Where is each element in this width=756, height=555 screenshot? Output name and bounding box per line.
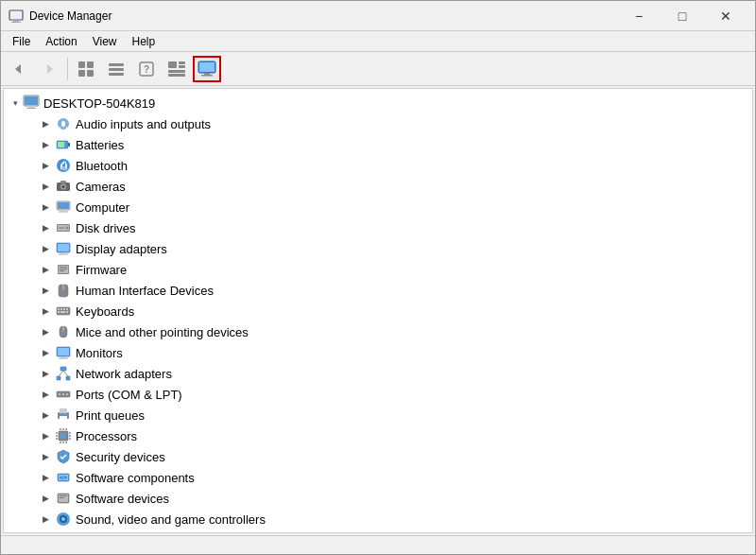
firmware-label: Firmware: [76, 263, 127, 277]
tree-item-display[interactable]: ▶ Display adapters: [4, 238, 752, 259]
svg-rect-8: [87, 70, 94, 77]
menu-help[interactable]: Help: [125, 33, 163, 50]
help-properties-button[interactable]: ?: [132, 56, 161, 82]
svg-rect-107: [60, 495, 67, 496]
svg-rect-89: [60, 433, 66, 439]
tree-item-print[interactable]: ▶ Print queues: [4, 405, 752, 425]
svg-rect-42: [60, 210, 66, 212]
svg-point-38: [62, 185, 65, 188]
svg-rect-15: [179, 61, 185, 64]
firmware-icon: [55, 261, 72, 278]
maximize-button[interactable]: □: [661, 1, 704, 31]
view-res-icon: [167, 60, 186, 78]
hid-icon: [55, 282, 72, 299]
mice-icon: [55, 323, 72, 340]
tree-item-firmware[interactable]: ▶ Firmware: [4, 259, 752, 280]
forward-button[interactable]: [35, 56, 63, 82]
svg-rect-77: [66, 376, 70, 380]
close-button[interactable]: ✕: [704, 1, 747, 31]
monitor-icon: [197, 60, 217, 78]
keyboards-expand-icon: ▶: [38, 304, 53, 319]
svg-rect-16: [179, 65, 185, 68]
display-expand-icon: ▶: [38, 241, 53, 256]
tree-item-network[interactable]: ▶ Network adapters: [4, 363, 752, 384]
tree-root-item[interactable]: ▾ DESKTOP-504K819: [4, 93, 752, 113]
audio-expand-icon: ▶: [38, 116, 53, 131]
display-icon: [55, 240, 72, 257]
menu-file[interactable]: File: [5, 33, 38, 50]
svg-rect-26: [26, 108, 36, 109]
tree-item-bluetooth[interactable]: ▶ ⎙ Bluetooth: [4, 155, 752, 176]
tree-item-sound[interactable]: ▶ Sound, video and game controllers: [4, 509, 752, 529]
svg-rect-67: [66, 311, 68, 313]
print-icon: [55, 407, 72, 424]
network-icon: [55, 365, 72, 382]
tree-item-batteries[interactable]: ▶ Batteries: [4, 134, 752, 155]
print-label: Print queues: [76, 408, 145, 423]
tree-item-storage[interactable]: ▶ Storage controllers: [4, 529, 752, 533]
svg-rect-33: [58, 142, 64, 147]
tree-view[interactable]: ▾ DESKTOP-504K819 ▶: [3, 88, 753, 533]
svg-rect-17: [168, 70, 185, 73]
svg-rect-43: [59, 212, 68, 213]
menu-action[interactable]: Action: [38, 33, 84, 50]
forward-icon: [42, 61, 57, 77]
back-button[interactable]: [5, 56, 33, 82]
svg-rect-74: [59, 358, 68, 359]
svg-rect-21: [201, 75, 213, 77]
software-comp-expand-icon: ▶: [38, 470, 53, 485]
menu-view[interactable]: View: [85, 33, 125, 50]
tree-item-software-dev[interactable]: ▶ Software devices: [4, 488, 752, 509]
show-hidden-button[interactable]: [193, 56, 221, 82]
monitors-expand-icon: ▶: [38, 345, 53, 360]
svg-rect-76: [57, 376, 60, 380]
svg-text:</>: </>: [60, 475, 68, 480]
tree-item-mice[interactable]: ▶ Mice and other pointing devices: [4, 321, 752, 342]
tree-item-software-comp[interactable]: ▶ </> Software components: [4, 467, 752, 488]
bluetooth-icon: ⎙: [55, 157, 72, 174]
svg-rect-55: [60, 269, 67, 269]
tree-item-audio[interactable]: ▶ Audio inputs and outputs: [4, 113, 752, 134]
root-label: DESKTOP-504K819: [43, 96, 155, 111]
toolbar: ?: [1, 52, 755, 86]
svg-point-83: [66, 393, 68, 395]
batteries-label: Batteries: [76, 138, 124, 152]
svg-rect-24: [25, 96, 38, 105]
view-devices-connection-button[interactable]: [102, 56, 130, 82]
processor-icon: [55, 427, 72, 444]
svg-point-59: [62, 289, 65, 292]
disk-label: Disk drives: [76, 221, 136, 235]
batteries-expand-icon: ▶: [38, 137, 53, 152]
tree-item-disk[interactable]: ▶ Disk drives: [4, 217, 752, 238]
tree-item-security[interactable]: ▶ Security devices: [4, 446, 752, 467]
disk-expand-icon: ▶: [38, 220, 53, 235]
tree-item-keyboards[interactable]: ▶ Keyboards: [4, 301, 752, 321]
sound-icon: [55, 511, 72, 528]
tree-item-hid[interactable]: ▶ Human Interface Devices: [4, 280, 752, 301]
device-manager-window: Device Manager − □ ✕ File Action View He…: [0, 0, 756, 555]
tree-item-ports[interactable]: ▶ Ports (COM & LPT): [4, 384, 752, 405]
svg-line-79: [63, 371, 68, 376]
sound-expand-icon: ▶: [38, 512, 53, 527]
camera-icon: [55, 178, 72, 195]
root-expand-icon: ▾: [8, 95, 23, 111]
bluetooth-expand-icon: ▶: [38, 158, 53, 173]
sound-label: Sound, video and game controllers: [76, 512, 266, 527]
tree-item-processors[interactable]: ▶: [4, 425, 752, 446]
svg-rect-32: [68, 143, 70, 147]
tree-item-monitors[interactable]: ▶ Monitors: [4, 342, 752, 363]
tree-item-computer[interactable]: ▶ Computer: [4, 197, 752, 217]
svg-rect-65: [58, 311, 60, 313]
view-devices-type-button[interactable]: [72, 56, 100, 82]
svg-text:⎙: ⎙: [60, 160, 68, 171]
menu-bar: File Action View Help: [1, 31, 755, 52]
minimize-button[interactable]: −: [617, 1, 661, 31]
svg-rect-66: [60, 311, 65, 313]
svg-text:?: ?: [144, 64, 149, 75]
network-label: Network adapters: [76, 367, 172, 381]
view-resources-connection-button[interactable]: [163, 56, 191, 82]
separator-1: [67, 58, 68, 80]
cameras-expand-icon: ▶: [38, 179, 53, 194]
svg-rect-6: [87, 61, 94, 68]
tree-item-cameras[interactable]: ▶ Cameras: [4, 176, 752, 197]
